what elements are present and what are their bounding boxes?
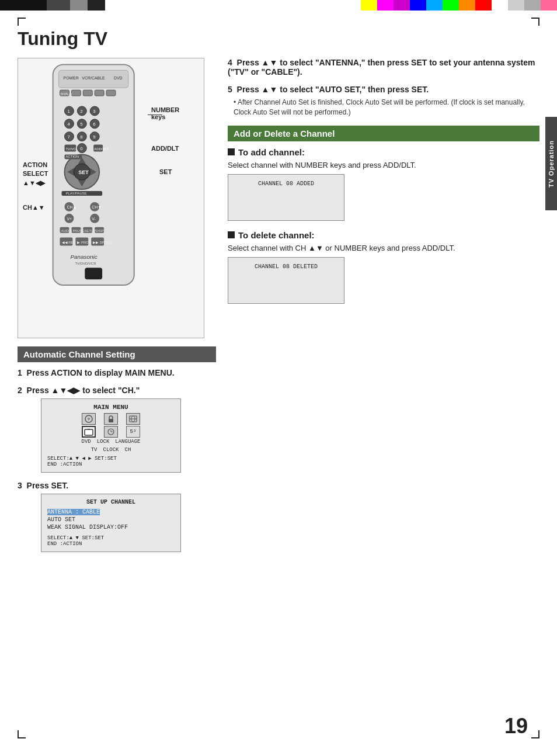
svg-text:V+: V+ bbox=[67, 217, 72, 221]
main-menu-title: MAIN MENU bbox=[47, 404, 175, 411]
remote-control-image: POWER VCR/CABLE DVD DISPLAY 1 2 bbox=[18, 58, 204, 338]
color-swatch bbox=[541, 0, 557, 11]
add-dlt-label: ADD/DLT bbox=[151, 145, 179, 152]
lock-icon bbox=[104, 413, 118, 425]
color-swatch bbox=[508, 0, 524, 11]
ch-icon: 5³ bbox=[126, 426, 140, 438]
svg-text:8: 8 bbox=[80, 134, 83, 140]
top-color-bar bbox=[0, 0, 557, 11]
svg-text:TV/VCR: TV/VCR bbox=[65, 147, 79, 151]
page-content: Tuning TV POWER VCR/CABLE DVD bbox=[0, 11, 557, 572]
svg-text:2: 2 bbox=[80, 109, 83, 114]
svg-text:7: 7 bbox=[67, 134, 70, 140]
language-icon bbox=[126, 413, 140, 425]
color-swatch bbox=[426, 0, 443, 11]
svg-text:DISPLAY: DISPLAY bbox=[61, 93, 73, 96]
svg-text:0: 0 bbox=[80, 146, 83, 151]
svg-text:5: 5 bbox=[80, 122, 83, 127]
svg-rect-8 bbox=[95, 90, 104, 96]
add-delete-section: Add or Delete a Channel To add channel: … bbox=[228, 126, 539, 304]
step-5-title: 5 Press ▲▼ to select "AUTO SET," then pr… bbox=[228, 85, 539, 94]
right-column: 4 Press ▲▼ to select "ANTENNA," then pre… bbox=[228, 58, 539, 560]
ch-label: CH▲▼ bbox=[23, 203, 45, 212]
main-menu-screen: MAIN MENU bbox=[41, 398, 181, 473]
color-swatch bbox=[410, 0, 426, 11]
add-delete-header: Add or Delete a Channel bbox=[228, 126, 539, 141]
svg-rect-6 bbox=[71, 90, 81, 96]
step-3-title: 3 Press SET. bbox=[18, 481, 216, 490]
corner-mark-bl bbox=[18, 730, 26, 738]
corner-mark-br bbox=[531, 730, 539, 738]
setup-title: SET UP CHANNEL bbox=[47, 499, 175, 505]
step-4: 4 Press ▲▼ to select "ANTENNA," then pre… bbox=[228, 58, 539, 77]
action-select-label: ACTIONSELECT▲▼◀▶ bbox=[23, 161, 48, 188]
channel-deleted-screen: CHANNEL 08 DELETED bbox=[228, 257, 344, 304]
main-menu-labels-2: TVCLOCKCH bbox=[47, 447, 175, 453]
svg-text:POWER: POWER bbox=[64, 76, 79, 80]
svg-text:CH▲: CH▲ bbox=[67, 205, 76, 209]
svg-text:PAUSE: PAUSE bbox=[72, 229, 84, 233]
color-swatch bbox=[475, 0, 492, 11]
step-2: 2 Press ▲▼◀▶ to select "CH." MAIN MENU bbox=[18, 386, 216, 473]
setup-row-2: AUTO SET bbox=[47, 516, 175, 523]
delete-channel-title: To delete channel: bbox=[228, 230, 539, 240]
main-menu-icons-2: 5³ bbox=[47, 426, 175, 438]
svg-text:AUDIO: AUDIO bbox=[61, 229, 72, 233]
step-5: 5 Press ▲▼ to select "AUTO SET," then pr… bbox=[228, 85, 539, 117]
svg-rect-9 bbox=[106, 90, 116, 96]
svg-text:DVD: DVD bbox=[114, 76, 123, 80]
color-swatch bbox=[524, 0, 541, 11]
svg-rect-77 bbox=[85, 429, 93, 435]
bullet-note: After Channel Auto Set is finished, Cloc… bbox=[228, 98, 539, 117]
svg-rect-7 bbox=[83, 90, 92, 96]
number-keys-label: NUMBERkeys bbox=[151, 106, 179, 120]
main-menu-icons bbox=[47, 413, 175, 425]
svg-rect-70 bbox=[85, 268, 102, 279]
svg-text:ADD/DLT: ADD/DLT bbox=[94, 147, 109, 151]
setup-footer: SELECT:▲ ▼ SET:SET END :ACTION bbox=[47, 535, 175, 547]
color-swatch bbox=[459, 0, 475, 11]
svg-text:CH▼: CH▼ bbox=[92, 205, 102, 209]
antenna-highlighted: ANTENNA : CABLE bbox=[47, 509, 100, 515]
add-channel-desc: Select channel with NUMBER keys and pres… bbox=[228, 161, 539, 169]
main-menu-labels: DVDLOCKLANGUAGE bbox=[47, 439, 175, 445]
svg-text:PLAY/PAUSE: PLAY/PAUSE bbox=[65, 192, 86, 195]
svg-text:4: 4 bbox=[67, 122, 70, 127]
setup-row-3: WEAK SIGNAL DISPLAY:OFF bbox=[47, 524, 175, 530]
step-1: 1 Press ACTION to display MAIN MENU. bbox=[18, 368, 216, 377]
color-swatch bbox=[443, 0, 459, 11]
delete-channel-desc: Select channel with CH ▲▼ or NUMBER keys… bbox=[228, 244, 539, 252]
svg-text:TV/DVD/VCR: TV/DVD/VCR bbox=[75, 262, 96, 265]
channel-added-screen: CHANNEL 08 ADDED bbox=[228, 174, 344, 221]
svg-text:V-: V- bbox=[92, 217, 96, 221]
svg-text:ACTION: ACTION bbox=[65, 155, 79, 158]
svg-text:Panasonic: Panasonic bbox=[70, 254, 97, 260]
auto-channel-header: Automatic Channel Setting bbox=[18, 346, 216, 362]
left-column: POWER VCR/CABLE DVD DISPLAY 1 2 bbox=[18, 58, 216, 560]
svg-text:9: 9 bbox=[93, 134, 96, 140]
color-swatch bbox=[492, 0, 508, 11]
add-channel-title: To add channel: bbox=[228, 147, 539, 157]
svg-text:▶▶ SPEED: ▶▶ SPEED bbox=[93, 241, 112, 244]
color-swatch bbox=[377, 0, 394, 11]
svg-text:1: 1 bbox=[67, 109, 70, 114]
svg-text:6: 6 bbox=[93, 122, 96, 127]
svg-text:SETUP: SETUP bbox=[84, 229, 96, 233]
number-keys-line bbox=[148, 115, 162, 115]
tv-icon bbox=[82, 426, 96, 438]
setup-row-1: ANTENNA : CABLE bbox=[47, 509, 175, 515]
two-column-layout: POWER VCR/CABLE DVD DISPLAY 1 2 bbox=[18, 58, 539, 560]
svg-text:SET: SET bbox=[78, 169, 89, 175]
color-swatch bbox=[361, 0, 377, 11]
svg-rect-73 bbox=[109, 419, 113, 422]
svg-text:◀◀ REC: ◀◀ REC bbox=[62, 241, 76, 244]
step-4-title: 4 Press ▲▼ to select "ANTENNA," then pre… bbox=[228, 58, 539, 77]
main-menu-footer: SELECT:▲ ▼ ◀ ▶ SET:SET END :ACTION bbox=[47, 455, 175, 467]
setup-channel-screen: SET UP CHANNEL ANTENNA : CABLE AUTO SET … bbox=[41, 494, 181, 552]
step-2-title: 2 Press ▲▼◀▶ to select "CH." bbox=[18, 386, 216, 395]
color-swatch bbox=[394, 0, 410, 11]
clock-icon bbox=[104, 426, 118, 438]
svg-text:DISP: DISP bbox=[96, 229, 104, 233]
page-title: Tuning TV bbox=[18, 28, 539, 50]
set-label: SET bbox=[159, 168, 172, 175]
